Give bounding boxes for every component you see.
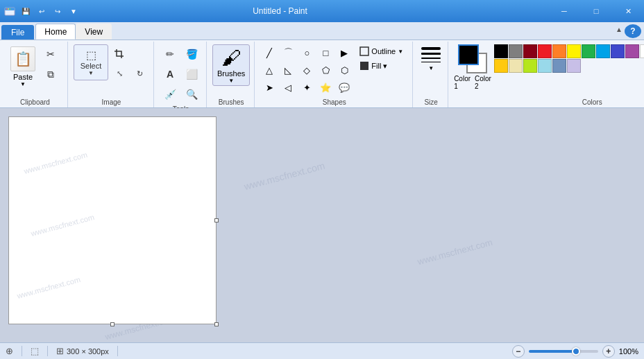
brushes-button[interactable]: 🖌 Brushes ▼	[212, 44, 250, 86]
swatch-14[interactable]	[494, 59, 508, 73]
zoom-slider[interactable]	[529, 350, 598, 353]
shape-speech[interactable]: 💬	[335, 79, 353, 96]
copy-button[interactable]: ⧉	[40, 64, 61, 84]
main-canvas[interactable]: www.mscfnext.com www.mscfnext.com www.ms…	[8, 116, 217, 324]
swatch-10[interactable]	[640, 44, 644, 58]
brushes-icon: 🖌	[221, 46, 241, 69]
swatch-5[interactable]	[567, 44, 581, 58]
swatch-19[interactable]	[567, 59, 581, 73]
color-pair-boxes	[458, 44, 487, 73]
clipboard-content: 📋 Paste ▼ ✂ ⧉	[7, 43, 63, 97]
size-button[interactable]: ▼	[418, 44, 443, 74]
shape-hexagon[interactable]: ⬡	[335, 62, 353, 78]
maximize-button[interactable]: □	[580, 0, 612, 22]
close-button[interactable]: ✕	[612, 0, 644, 22]
tab-view[interactable]: View	[76, 24, 112, 40]
swatch-3[interactable]	[538, 44, 552, 58]
size-line-medium-thick	[421, 53, 441, 55]
image-label: Image	[102, 98, 121, 107]
outline-fill-controls: Outline ▼ Fill ▾	[355, 44, 408, 73]
zoom-thumb[interactable]	[572, 347, 580, 356]
color2-label: Color 2	[475, 75, 491, 90]
text-button[interactable]: A	[160, 64, 180, 84]
resize-button[interactable]: ⤡	[110, 64, 129, 82]
ribbon-collapse-button[interactable]: ▲	[613, 24, 625, 35]
size-line-thin	[421, 62, 441, 62]
swatches-container	[494, 44, 644, 73]
zoom-in-button[interactable]: +	[602, 345, 615, 358]
paste-button[interactable]: 📋 Paste ▼	[7, 44, 39, 89]
canvas-size-icon: ⊞	[56, 346, 64, 356]
canvas-resize-handle-br[interactable]	[214, 322, 219, 326]
color1-label: Color 1	[454, 75, 471, 90]
canvas-size-text: 300 × 300px	[67, 347, 109, 356]
clipboard-section: 📋 Paste ▼ ✂ ⧉ Clipboard	[3, 42, 68, 107]
shape-star5[interactable]: ⭐	[316, 79, 334, 96]
brushes-arrow: ▼	[228, 78, 234, 84]
swatch-2[interactable]	[523, 44, 537, 58]
swatch-8[interactable]	[611, 44, 625, 58]
shapes-grid: ╱ ⌒ ○ □ ▶ △ ◺ ◇ ⬠ ⬡ ➤ ◁ ✦ ⭐ 💬	[260, 44, 353, 96]
shape-pentagon[interactable]: ⬠	[316, 62, 334, 78]
crop-button[interactable]	[110, 44, 129, 64]
colors-inner: Color 1 Color 2 🎨 Edit colors	[454, 44, 644, 90]
svg-point-3	[8, 8, 9, 10]
brushes-content: 🖌 Brushes ▼	[212, 43, 250, 97]
canvas-resize-handle-rm[interactable]	[214, 218, 219, 222]
size-label: Size	[424, 98, 437, 107]
shape-rtriangle[interactable]: ◺	[279, 62, 297, 78]
size-lines-icon	[421, 47, 441, 62]
shape-star4[interactable]: ✦	[298, 79, 316, 96]
canvas-resize-handle-bm[interactable]	[110, 322, 115, 326]
eraser-button[interactable]: ⬜	[181, 64, 202, 84]
paste-icon: 📋	[10, 46, 35, 71]
swatch-16[interactable]	[523, 59, 537, 73]
shape-more[interactable]: ▶	[335, 44, 353, 61]
swatch-17[interactable]	[538, 59, 552, 73]
swatch-4[interactable]	[552, 44, 566, 58]
pencil-button[interactable]: ✏	[160, 44, 180, 64]
tools-section: ✏ 🪣 A ⬜ 💉 🔍 Tools	[155, 42, 207, 107]
shape-triangle[interactable]: △	[260, 62, 278, 78]
shape-oval[interactable]: ○	[298, 44, 316, 61]
cut-button[interactable]: ✂	[40, 44, 61, 64]
swatch-0[interactable]	[494, 44, 508, 58]
size-section: ▼ Size	[414, 42, 448, 107]
swatch-6[interactable]	[582, 44, 595, 58]
swatch-9[interactable]	[625, 44, 639, 58]
swatch-1[interactable]	[509, 44, 523, 58]
colors-label: Colors	[582, 98, 602, 107]
image-section: ⬚ Select ▼ ⤡ ↻ Image	[69, 42, 154, 107]
shape-diamond[interactable]: ◇	[298, 62, 316, 78]
clipboard-label: Clipboard	[20, 98, 50, 107]
shape-rect[interactable]: □	[316, 44, 334, 61]
tab-home[interactable]: Home	[35, 24, 76, 40]
window-controls: ─ □ ✕	[548, 0, 644, 22]
shape-curve[interactable]: ⌒	[279, 44, 297, 61]
help-button[interactable]: ?	[625, 24, 641, 38]
select-button[interactable]: ⬚ Select ▼	[74, 44, 108, 80]
color-picker-button[interactable]: 💉	[160, 85, 180, 104]
shape-line[interactable]: ╱	[260, 44, 278, 61]
color1-swatch[interactable]	[458, 44, 479, 65]
magnifier-button[interactable]: 🔍	[181, 85, 202, 104]
tab-file[interactable]: File	[1, 25, 34, 40]
size-line-medium	[421, 58, 441, 59]
swatch-7[interactable]	[596, 44, 610, 58]
tools-content: ✏ 🪣 A ⬜ 💉 🔍	[160, 43, 202, 104]
swatches-grid	[494, 44, 644, 73]
minimize-button[interactable]: ─	[548, 0, 580, 22]
ribbon-tabs: File Home View ▲ ?	[0, 22, 644, 40]
color-pair-labels: Color 1 Color 2	[454, 75, 491, 90]
rotate-button[interactable]: ↻	[130, 64, 149, 82]
swatch-18[interactable]	[552, 59, 566, 73]
shape-arrow-r[interactable]: ➤	[260, 79, 278, 96]
swatch-15[interactable]	[509, 59, 523, 73]
outline-button[interactable]: Outline ▼	[355, 44, 408, 58]
fill-style-button[interactable]: Fill ▾	[355, 59, 408, 73]
fill-button[interactable]: 🪣	[181, 44, 202, 64]
svg-rect-5	[360, 47, 368, 55]
shape-arrow-l[interactable]: ◁	[279, 79, 297, 96]
zoom-out-button[interactable]: −	[512, 345, 525, 358]
clipboard-tools: ✂ ⧉	[40, 44, 63, 84]
